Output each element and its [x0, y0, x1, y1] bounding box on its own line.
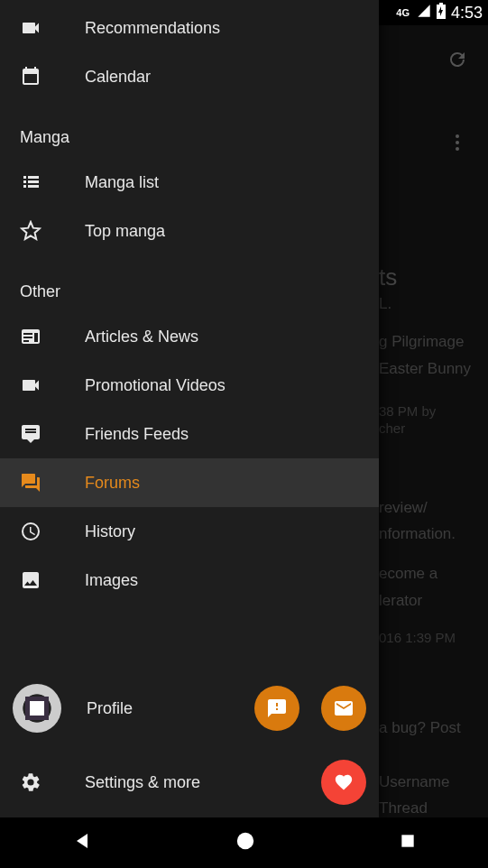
recent-apps-button[interactable] [399, 832, 417, 854]
signal-icon [417, 4, 431, 22]
navigation-drawer: Recommendations Calendar Manga Manga lis… [0, 0, 379, 817]
nav-label: Images [85, 571, 138, 590]
svg-rect-6 [401, 835, 413, 846]
nav-calendar[interactable]: Calendar [0, 52, 379, 101]
video-icon [20, 374, 85, 396]
nav-manga-list[interactable]: Manga list [0, 158, 379, 207]
nav-friends-feeds[interactable]: Friends Feeds [0, 410, 379, 458]
nav-label: History [85, 522, 135, 541]
nav-recommendations[interactable]: Recommendations [0, 4, 379, 52]
nav-top-manga[interactable]: Top manga [0, 207, 379, 255]
calendar-icon [20, 66, 85, 88]
news-icon [20, 326, 85, 347]
nav-forums[interactable]: Forums [0, 458, 379, 507]
mail-button[interactable] [321, 686, 366, 731]
nav-label: Forums [85, 474, 140, 493]
nav-history[interactable]: History [0, 507, 379, 556]
nav-promo-videos[interactable]: Promotional Videos [0, 361, 379, 410]
settings-label: Settings & more [85, 773, 321, 792]
home-button[interactable] [235, 831, 255, 854]
nav-label: Articles & News [85, 328, 198, 346]
profile-label: Profile [87, 699, 254, 718]
nav-images[interactable]: Images [0, 556, 379, 605]
history-icon [20, 521, 85, 542]
feed-icon [20, 423, 85, 445]
feedback-button[interactable] [254, 686, 299, 731]
star-icon [20, 220, 85, 242]
list-icon [20, 171, 85, 193]
clock: 4:53 [451, 4, 483, 23]
svg-rect-1 [439, 3, 443, 5]
profile-row[interactable]: Profile [0, 669, 379, 747]
gear-icon [20, 771, 85, 793]
network-type: 4G [396, 7, 410, 18]
avatar [13, 684, 61, 733]
section-manga: Manga [0, 101, 379, 158]
nav-label: Manga list [85, 173, 159, 192]
forum-icon [20, 472, 85, 494]
image-icon [20, 569, 85, 591]
section-other: Other [0, 255, 379, 312]
settings-row[interactable]: Settings & more [0, 747, 379, 817]
nav-label: Calendar [85, 68, 151, 87]
nav-label: Top manga [85, 222, 165, 241]
nav-label: Recommendations [85, 19, 220, 38]
svg-point-5 [237, 833, 253, 849]
nav-articles[interactable]: Articles & News [0, 312, 379, 361]
nav-label: Friends Feeds [85, 425, 189, 444]
battery-icon [437, 3, 446, 23]
back-button[interactable] [71, 830, 93, 855]
camera-icon [20, 17, 85, 39]
system-nav-bar [0, 817, 488, 868]
nav-label: Promotional Videos [85, 376, 226, 395]
favorite-button[interactable] [321, 760, 366, 805]
